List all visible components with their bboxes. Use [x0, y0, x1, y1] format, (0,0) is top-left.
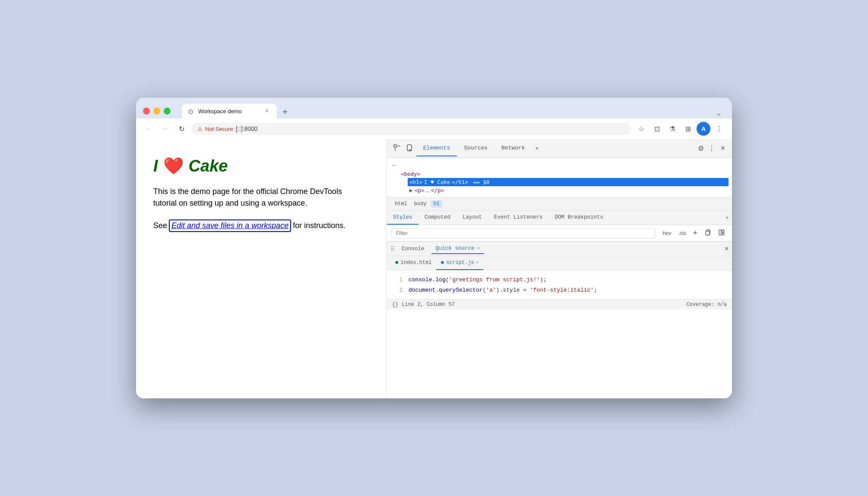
- file-tab-bar: ● index.html ● script.js ×: [387, 256, 732, 270]
- svg-rect-5: [706, 231, 710, 235]
- code-string-1: 'greetings from script.js!': [449, 277, 540, 283]
- elements-tab[interactable]: Elements: [416, 140, 457, 156]
- status-right: Coverage: n/a: [686, 302, 727, 308]
- elements-p-row[interactable]: ▶ <p> … </p>: [408, 186, 729, 194]
- devtools-toolbar: Elements Sources Network » ⚙ ⋮ ×: [387, 139, 732, 158]
- page-footer: See Edit and save files in a workspace f…: [153, 219, 369, 232]
- add-style-button[interactable]: +: [690, 228, 700, 238]
- console-close-button[interactable]: ×: [725, 245, 729, 253]
- tab-dropdown-button[interactable]: ⌄: [713, 108, 725, 118]
- page-body-text: This is the demo page for the official C…: [153, 186, 343, 209]
- address-text: [::]:8000: [236, 125, 258, 132]
- code-area: 1 console.log('greetings from script.js!…: [387, 270, 732, 299]
- computed-tab[interactable]: Computed: [418, 211, 456, 225]
- device-toggle-button[interactable]: [403, 141, 416, 156]
- tab-favicon-icon: ⊙: [188, 108, 195, 114]
- styles-tab-bar: Styles Computed Layout Event Listeners D…: [387, 211, 732, 225]
- console-tab[interactable]: Console: [397, 244, 429, 254]
- chrome-more-button[interactable]: ⋮: [712, 122, 726, 136]
- forward-button[interactable]: →: [158, 122, 171, 135]
- code-line-2: 2 document.querySelector('a').style = 'f…: [387, 285, 732, 296]
- active-tab[interactable]: ⊙ Workspace demo ×: [182, 104, 277, 118]
- script-js-tab[interactable]: ● script.js ×: [436, 256, 483, 270]
- styles-tab[interactable]: Styles: [387, 211, 418, 225]
- elements-body-row[interactable]: <body>: [399, 170, 729, 178]
- inspector-button[interactable]: [390, 141, 403, 156]
- maximize-window-button[interactable]: [164, 108, 171, 114]
- breadcrumb-body[interactable]: body: [412, 200, 429, 208]
- styles-more-tabs[interactable]: »: [722, 213, 732, 222]
- drag-handle[interactable]: ⠿: [390, 245, 395, 253]
- footer-pre: See: [153, 221, 167, 230]
- elements-more-button[interactable]: ⋯: [392, 162, 396, 169]
- devtools-more-vert-button[interactable]: ⋮: [706, 143, 717, 155]
- h1-open-tag: <h1>: [409, 179, 422, 185]
- copy-style-button[interactable]: [702, 228, 714, 238]
- content-area: I ❤️ Cake This is the demo page for the …: [136, 139, 732, 398]
- layout-button[interactable]: ⊞: [681, 122, 695, 136]
- layout-tab[interactable]: Layout: [456, 211, 488, 225]
- line-number-2: 2: [387, 286, 409, 296]
- hov-button[interactable]: :hov: [659, 229, 674, 237]
- index-html-tab[interactable]: ● index.html: [390, 256, 436, 270]
- script-js-dot: ●: [440, 259, 445, 267]
- tab-title: Workspace demo: [198, 108, 260, 114]
- breadcrumb: html body h1: [387, 197, 732, 211]
- extensions-button[interactable]: ⊡: [650, 122, 664, 136]
- breadcrumb-html[interactable]: html: [392, 200, 410, 208]
- bookmark-button[interactable]: ☆: [634, 122, 648, 136]
- heading-i: I: [153, 157, 158, 175]
- quick-source-tab-close[interactable]: ×: [477, 246, 480, 251]
- elements-tree: ⋯ <body> <h1> I ♥ Cake </h1> == $0 ▶ <p>…: [387, 158, 732, 197]
- svg-rect-0: [394, 145, 396, 147]
- cls-button[interactable]: .cls: [675, 229, 688, 237]
- quick-source-tab[interactable]: Quick source ×: [431, 244, 485, 254]
- breadcrumb-h1[interactable]: h1: [431, 200, 442, 208]
- status-left: {} Line 2, Column 57: [392, 302, 455, 308]
- back-button[interactable]: ←: [142, 122, 155, 135]
- devtools-panel: Elements Sources Network » ⚙ ⋮ × ⋯ <body…: [386, 139, 732, 398]
- browser-window: ⊙ Workspace demo × + ⌄ ← → ↻ ⚠ Not Secur…: [136, 98, 732, 398]
- profile-button[interactable]: A: [697, 122, 710, 136]
- window-controls: [143, 108, 171, 114]
- devtools-close-button[interactable]: ×: [717, 142, 729, 155]
- index-html-dot: ●: [395, 259, 399, 267]
- p-close-tag: </p>: [431, 187, 444, 194]
- p-ellipsis: …: [426, 187, 430, 194]
- close-window-button[interactable]: [143, 108, 150, 114]
- refresh-button[interactable]: ↻: [175, 122, 188, 135]
- sources-tab[interactable]: Sources: [457, 140, 494, 156]
- code-query-selector: document.querySelector: [409, 287, 483, 293]
- new-tab-button[interactable]: +: [279, 105, 291, 118]
- filter-bar: :hov .cls +: [387, 225, 732, 242]
- devtools-tab-bar: Elements Sources Network »: [416, 140, 695, 156]
- title-bar: ⊙ Workspace demo × + ⌄: [136, 98, 732, 118]
- not-secure-label: Not Secure: [205, 126, 233, 132]
- workspace-link[interactable]: Edit and save files in a workspace: [169, 219, 291, 232]
- event-listeners-tab[interactable]: Event Listeners: [488, 211, 549, 225]
- elements-h1-row[interactable]: <h1> I ♥ Cake </h1> == $0: [408, 178, 729, 186]
- dom-breakpoints-tab[interactable]: DOM Breakpoints: [549, 211, 610, 225]
- nav-actions: ☆ ⊡ ⚗ ⊞ A ⋮: [634, 122, 726, 136]
- minimize-window-button[interactable]: [153, 108, 160, 114]
- script-js-label: script.js: [446, 260, 474, 266]
- line-number-1: 1: [387, 276, 409, 285]
- dollar-sign: == $0: [473, 179, 490, 185]
- devtools-more-tabs[interactable]: »: [532, 144, 542, 153]
- code-prop: .style =: [500, 287, 530, 293]
- status-bar: {} Line 2, Column 57 Coverage: n/a: [387, 299, 732, 309]
- script-js-close[interactable]: ×: [476, 260, 479, 265]
- code-arg: 'a': [486, 287, 496, 293]
- layout-style-button[interactable]: [716, 228, 728, 238]
- tab-close-button[interactable]: ×: [263, 107, 271, 115]
- lab-button[interactable]: ⚗: [665, 122, 679, 136]
- devtools-settings-button[interactable]: ⚙: [695, 142, 706, 155]
- p-expand-arrow[interactable]: ▶: [409, 188, 413, 193]
- h1-close-tag: </h1>: [452, 179, 468, 185]
- styles-filter-input[interactable]: [391, 228, 656, 238]
- address-bar[interactable]: ⚠ Not Secure [::]:8000: [191, 123, 631, 135]
- body-tag: <body>: [401, 171, 420, 177]
- network-tab[interactable]: Network: [494, 140, 532, 156]
- format-button[interactable]: {}: [392, 302, 398, 308]
- quick-source-label: Quick source: [436, 245, 475, 251]
